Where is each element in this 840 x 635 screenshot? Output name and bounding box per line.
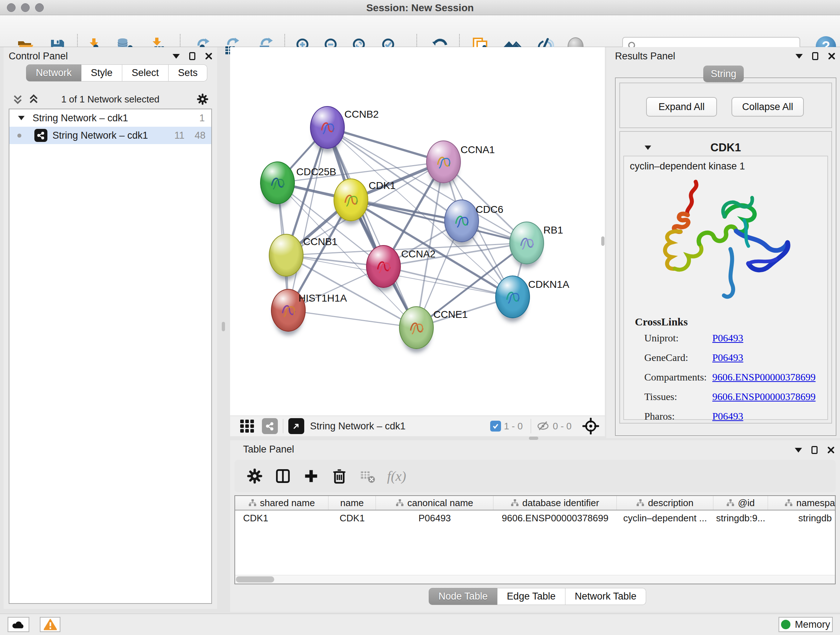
expand-collapse-section: Expand All Collapse All [619, 82, 832, 128]
horizontal-scrollbar[interactable] [235, 575, 835, 584]
network-node-cdkn1a[interactable] [495, 276, 530, 318]
network-node-ccnb2[interactable] [310, 106, 345, 149]
cloud-button[interactable] [8, 617, 29, 632]
column-header-database-identifier[interactable]: database identifier [493, 496, 617, 510]
table-settings-gear-icon[interactable] [246, 467, 264, 485]
column-header-namespace[interactable]: namespace [768, 496, 836, 510]
panel-close-icon[interactable] [827, 446, 835, 454]
collection-expand-icon[interactable] [18, 116, 25, 120]
node-label-hist1h1a: HIST1H1A [298, 293, 347, 304]
panel-menu-icon[interactable] [796, 54, 803, 59]
network-collection-row[interactable]: String Network – cdk1 1 [9, 109, 211, 127]
network-edge[interactable] [288, 127, 327, 310]
view-dot-icon [17, 134, 21, 138]
tab-network-table[interactable]: Network Table [565, 588, 646, 605]
panel-float-icon[interactable] [812, 446, 818, 454]
splitter-handle[interactable] [222, 322, 225, 331]
table-row[interactable]: CDK1CDK1P064939606.ENSP00000378699cyclin… [235, 510, 835, 526]
node-label-cdk1: CDK1 [369, 180, 396, 192]
results-panel-title: Results Panel [615, 51, 676, 62]
panel-float-icon[interactable] [189, 52, 195, 60]
crosslink-link[interactable]: P06493 [712, 333, 744, 344]
network-node-ccnb1[interactable] [269, 234, 303, 277]
tab-network[interactable]: Network [26, 65, 81, 81]
tab-select[interactable]: Select [122, 65, 169, 81]
network-icon [34, 129, 47, 142]
table-cell[interactable]: P06493 [376, 513, 493, 524]
column-header-name[interactable]: name [328, 496, 376, 510]
node-label-ccne1: CCNE1 [433, 309, 468, 320]
warnings-button[interactable] [40, 617, 60, 632]
crosslink-link[interactable]: 9606.ENSP00000378699 [712, 391, 815, 402]
splitter-handle[interactable] [529, 437, 538, 440]
memory-button[interactable]: Memory [778, 617, 833, 632]
splitter-handle[interactable] [601, 236, 605, 246]
add-column-icon[interactable] [302, 467, 320, 485]
column-header-description[interactable]: description [617, 496, 714, 510]
hidden-eye-icon [536, 420, 550, 432]
tab-string[interactable]: String [703, 65, 744, 82]
network-share-icon[interactable] [262, 418, 278, 434]
network-row[interactable]: String Network – cdk1 11 48 [9, 127, 211, 144]
crosslink-label: Compartments: [644, 371, 707, 383]
table-cell[interactable]: stringdb:9... [714, 513, 768, 524]
network-node-cdc6[interactable] [444, 200, 479, 242]
panel-close-icon[interactable] [828, 52, 836, 60]
delete-trash-icon[interactable] [331, 467, 348, 485]
column-header-shared-name[interactable]: shared name [235, 496, 328, 510]
network-edge[interactable] [288, 310, 416, 328]
network-node-ccne1[interactable] [399, 306, 434, 349]
crosslink-label: Pharos: [644, 410, 675, 422]
panel-float-icon[interactable] [812, 52, 818, 60]
crosslink-label: Uniprot: [644, 333, 679, 344]
selected-checkbox-icon[interactable] [490, 421, 501, 432]
crosslink-label: Tissues: [644, 391, 677, 402]
gear-icon[interactable] [196, 93, 209, 106]
crosslink-link[interactable]: P06493 [712, 352, 744, 363]
node-label-ccna2: CCNA2 [401, 249, 436, 260]
network-edge[interactable] [384, 266, 513, 297]
memory-label: Memory [795, 619, 830, 630]
open-in-window-button[interactable] [288, 418, 304, 434]
tab-style[interactable]: Style [81, 65, 122, 81]
network-edge[interactable] [327, 127, 444, 162]
column-header--id[interactable]: @id [714, 496, 768, 510]
tab-node-table[interactable]: Node Table [429, 588, 497, 605]
tab-edge-table[interactable]: Edge Table [497, 588, 565, 605]
warning-icon [44, 619, 57, 630]
network-node-ccna1[interactable] [426, 141, 461, 183]
network-canvas[interactable]: CCNB2CCNA1CDC25BCDK1CDC6RB1CCNB1CCNA2CDK… [230, 47, 605, 416]
crosslink-link[interactable]: P06493 [712, 410, 744, 422]
panel-menu-icon[interactable] [172, 54, 180, 59]
network-list: String Network – cdk1 1 String Network –… [9, 109, 212, 604]
node-count: 11 [174, 130, 185, 141]
protein-section: CDK1 cyclin–dependent kinase 1 [619, 131, 832, 424]
collapse-all-button[interactable]: Collapse All [731, 97, 804, 117]
scrollbar-thumb[interactable] [236, 576, 274, 583]
table-cell[interactable]: CDK1 [328, 513, 376, 524]
network-node-ccna2[interactable] [366, 245, 401, 288]
table-cell[interactable]: cyclin–dependent ... [617, 513, 714, 524]
show-columns-icon[interactable] [274, 467, 292, 485]
tab-sets[interactable]: Sets [169, 65, 207, 81]
crosslink-link[interactable]: 9606.ENSP00000378699 [712, 371, 815, 383]
column-type-icon [511, 499, 519, 507]
network-node-cdk1[interactable] [333, 179, 368, 221]
column-header-canonical-name[interactable]: canonical name [376, 496, 493, 510]
expand-all-button[interactable]: Expand All [646, 97, 717, 117]
network-node-cdc25b[interactable] [260, 162, 295, 204]
panel-close-icon[interactable] [205, 52, 213, 60]
crosshair-icon[interactable] [583, 418, 599, 434]
birdseye-grid-icon[interactable] [240, 418, 256, 434]
table-cell[interactable]: 9606.ENSP00000378699 [493, 513, 617, 524]
table-cell[interactable]: CDK1 [235, 513, 328, 524]
network-node-rb1[interactable] [509, 222, 544, 264]
table-cell[interactable]: stringdb [768, 513, 836, 524]
panel-menu-icon[interactable] [795, 448, 802, 453]
node-label-cdc25b: CDC25B [296, 166, 336, 178]
crosslink-row: Tissues:9606.ENSP00000378699 [624, 391, 827, 410]
window-title: Session: New Session [0, 2, 840, 14]
main-toolbar: ? [0, 15, 840, 47]
titlebar: Session: New Session [0, 0, 840, 15]
protein-ribbon-icon [278, 297, 299, 323]
